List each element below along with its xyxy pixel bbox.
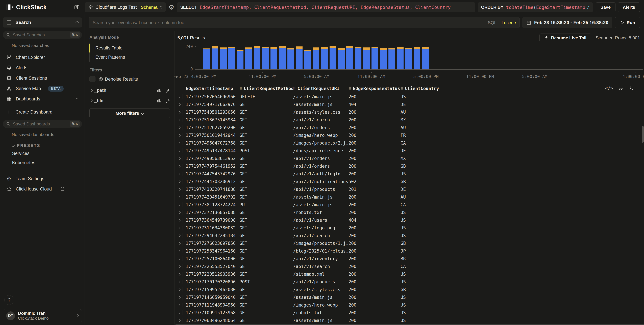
sidebar-item-clickhouse-cloud[interactable]: ClickHouse Cloud (0, 184, 84, 194)
bar-chart-icon[interactable] (157, 98, 162, 103)
saved-searches-input[interactable]: Saved Searches ⌘ K (3, 31, 82, 39)
mode-event-patterns[interactable]: Event Patterns (90, 53, 170, 62)
source-selector[interactable]: Cloudflare Logs Test Schema (85, 2, 166, 12)
histogram-bar[interactable] (279, 46, 286, 69)
col-header-uri[interactable]: ⠿ClientRequestURI (293, 86, 348, 91)
mode-results-table[interactable]: Results Table (90, 43, 170, 53)
presets-toggle[interactable]: PRESETS (12, 143, 84, 148)
table-row[interactable]: 1771977429451649792GET/assets/main.js200… (177, 193, 644, 201)
drag-handle-icon[interactable]: ⠿ (240, 86, 242, 91)
table-row[interactable]: 1771977111948904960GET/images/hero.webp2… (177, 301, 644, 309)
col-header-timestamp[interactable]: EdgeStartTimestamp (186, 86, 240, 91)
histogram-bar[interactable] (237, 50, 244, 69)
table-row[interactable]: 1771977170170320896POST/api/v1/products2… (177, 278, 644, 286)
row-expand-chevron-icon[interactable] (178, 149, 181, 152)
table-row[interactable]: 1771977512627859200GET/api/v1/orders200A… (177, 124, 644, 131)
denoise-checkbox[interactable] (90, 76, 96, 82)
row-expand-chevron-icon[interactable] (178, 296, 181, 299)
sidebar-item-chart-explorer[interactable]: Chart Explorer (0, 52, 84, 62)
drag-handle-icon[interactable]: ⠿ (293, 86, 296, 91)
histogram-bar[interactable] (321, 47, 328, 69)
pin-icon[interactable] (165, 98, 170, 103)
row-expand-chevron-icon[interactable] (178, 250, 181, 252)
table-row[interactable]: 1771977381128724224PUT/assets/main.js200… (177, 201, 644, 209)
table-row[interactable]: 1771977150952462080GET/assets/styles.css… (177, 286, 644, 294)
sidebar-item-search[interactable]: Search (3, 17, 82, 27)
sidebar-item-alerts[interactable]: Alerts (0, 62, 84, 73)
histogram-bar[interactable] (330, 46, 336, 69)
filter-field-file[interactable]: _file (90, 98, 170, 103)
download-icon[interactable] (628, 86, 633, 91)
drag-handle-icon[interactable]: ⠿ (400, 86, 403, 91)
resume-live-tail-button[interactable]: Resume Live Tail (540, 33, 591, 42)
saved-dashboards-input[interactable]: Saved Dashboards ⌘ K (3, 120, 82, 128)
table-row[interactable]: 1771977146659959040GET/assets/main.js200… (177, 294, 644, 301)
table-row[interactable]: 1771977447543742976GET/api/v1/auth/login… (177, 170, 644, 178)
histogram-bar[interactable] (203, 48, 210, 69)
table-row[interactable]: 1771977276623097856GET/images/products/1… (177, 240, 644, 247)
sidebar-collapse-icon[interactable] (74, 4, 80, 10)
histogram-bar[interactable] (288, 48, 294, 69)
row-expand-chevron-icon[interactable] (178, 173, 181, 175)
vertical-scrollbar[interactable] (642, 126, 644, 143)
row-expand-chevron-icon[interactable] (178, 95, 181, 98)
search-input[interactable]: Search your events w/ Lucene ex. column:… (89, 17, 520, 28)
table-row[interactable]: 1771977257100864000GET/api/v1/inventory2… (177, 255, 644, 263)
row-expand-chevron-icon[interactable] (178, 227, 181, 229)
results-histogram[interactable]: 240 0 Feb 23 4:00:00 PM11:00:00 PM5:00:0… (195, 45, 643, 78)
row-expand-chevron-icon[interactable] (178, 188, 181, 191)
preset-item-kubernetes[interactable]: Kubernetes (0, 158, 84, 167)
row-expand-chevron-icon[interactable] (178, 180, 181, 183)
table-row[interactable]: 1771977479754461952GET/api/v1/orders200G… (177, 162, 644, 170)
bar-chart-icon[interactable] (157, 88, 162, 93)
order-by-clause[interactable]: ORDER BY toDateTime(EdgeStartTimestamp / (478, 2, 593, 12)
col-header-method[interactable]: ⠿ClientRequestMethod (240, 86, 293, 91)
run-button[interactable]: Run (615, 17, 640, 28)
select-clause[interactable]: SELECT EdgeStartTimestamp, ClientRequest… (177, 2, 475, 12)
source-settings-gear-icon[interactable]: ⚙ (168, 4, 174, 10)
table-row[interactable]: 1771977258347964160GET/blog/2025/01/rele… (177, 247, 644, 255)
histogram-bar[interactable] (270, 47, 277, 69)
row-expand-chevron-icon[interactable] (178, 103, 181, 106)
table-row[interactable]: 1771977444703206912GET/api/v1/notificati… (177, 178, 644, 185)
alerts-button[interactable]: Alerts (618, 2, 640, 12)
histogram-bar[interactable] (338, 48, 345, 69)
row-expand-chevron-icon[interactable] (178, 211, 181, 214)
save-button[interactable]: Save (596, 2, 616, 12)
row-expand-chevron-icon[interactable] (178, 257, 181, 260)
row-expand-chevron-icon[interactable] (178, 242, 181, 245)
table-row[interactable]: 1771977372136857088GET/robots.txt200US (177, 209, 644, 216)
sql-toggle[interactable]: SQL (488, 20, 496, 25)
horizontal-scrollbar[interactable] (176, 324, 644, 325)
histogram-bar[interactable] (220, 47, 227, 69)
row-expand-chevron-icon[interactable] (178, 265, 181, 268)
row-expand-chevron-icon[interactable] (178, 142, 181, 144)
code-view-icon[interactable]: </> (605, 85, 613, 91)
row-expand-chevron-icon[interactable] (178, 134, 181, 137)
pin-icon[interactable] (165, 88, 170, 93)
sidebar-item-client-sessions[interactable]: Client Sessions (0, 73, 84, 83)
row-expand-chevron-icon[interactable] (178, 304, 181, 306)
wrap-text-icon[interactable] (618, 86, 623, 91)
table-row[interactable]: 1771977063496248064GET/assets/main.js200… (177, 317, 644, 324)
table-row[interactable]: 1771977501019442944GET/images/hero.webp2… (177, 131, 644, 139)
histogram-bar[interactable] (304, 50, 311, 69)
row-expand-chevron-icon[interactable] (178, 203, 181, 206)
table-row[interactable]: 1771977311634380032GET/assets/logo.png20… (177, 224, 644, 232)
sidebar-item-dashboards[interactable]: Dashboards (0, 94, 84, 104)
row-expand-chevron-icon[interactable] (178, 165, 181, 168)
histogram-bar[interactable] (372, 47, 378, 69)
table-row[interactable]: 1771977495137478144POST/docs/api-referen… (177, 147, 644, 155)
row-expand-chevron-icon[interactable] (178, 234, 181, 237)
row-expand-chevron-icon[interactable] (178, 196, 181, 198)
histogram-bar[interactable] (388, 48, 395, 69)
preset-item-services[interactable]: Services (0, 149, 84, 158)
histogram-bar[interactable] (346, 46, 353, 69)
histogram-bar[interactable] (405, 48, 412, 69)
col-header-status[interactable]: ⠿EdgeResponseStatus (348, 86, 400, 91)
row-expand-chevron-icon[interactable] (178, 273, 181, 276)
sidebar-item-team-settings[interactable]: ⚙ Team Settings (0, 173, 84, 184)
histogram-bar[interactable] (212, 46, 218, 69)
table-row[interactable]: 1771977540501293056GET/assets/styles.css… (177, 108, 644, 116)
table-row[interactable]: 1771977562054696960DELETE/assets/main.js… (177, 93, 644, 101)
